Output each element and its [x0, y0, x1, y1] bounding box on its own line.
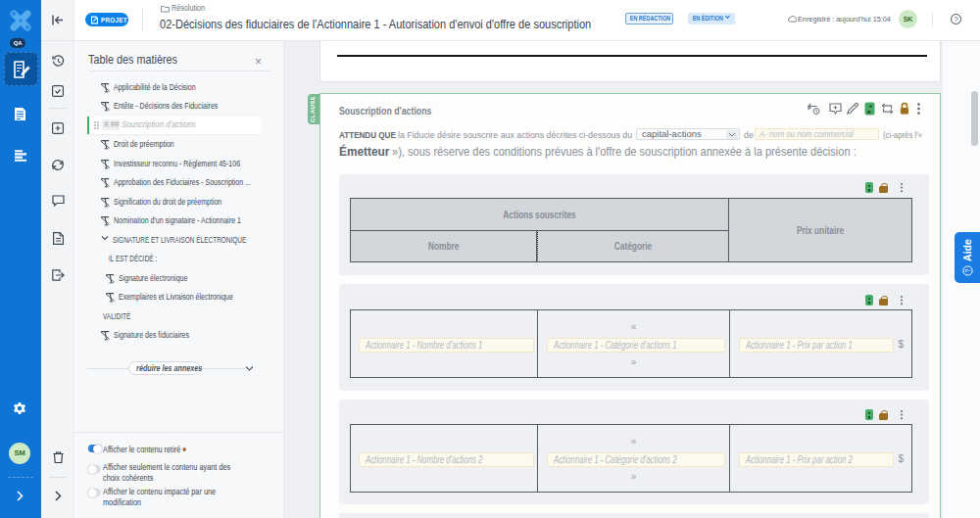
svg-text:?: ? [964, 268, 971, 272]
